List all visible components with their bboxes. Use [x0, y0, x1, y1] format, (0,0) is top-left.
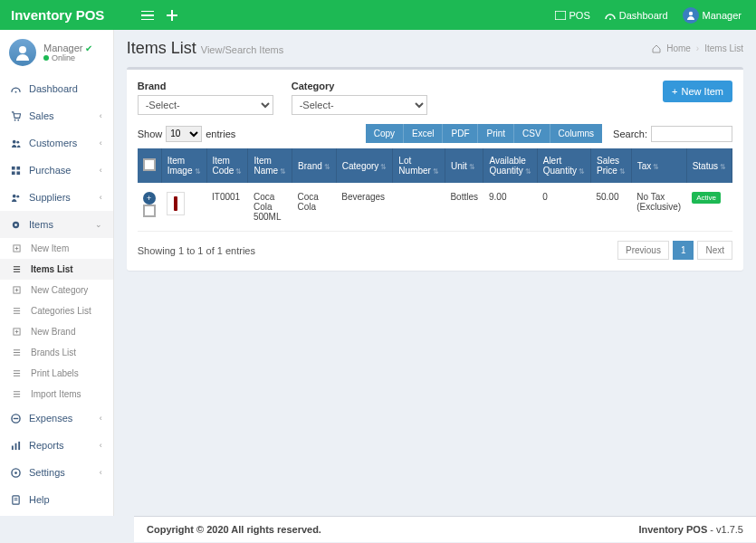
sort-icon: ⇅ [280, 167, 286, 176]
users-icon [11, 138, 22, 148]
sidebar-item-label: Sales [29, 110, 54, 121]
sort-icon: ⇅ [653, 163, 659, 171]
breadcrumb-sep: › [696, 43, 699, 53]
column-header[interactable]: Alert Quantity⇅ [537, 148, 590, 183]
breadcrumb-home[interactable]: Home [666, 43, 691, 53]
svg-point-2 [688, 11, 692, 14]
content-box: Brand -Select- Category -Select- + New I… [127, 67, 743, 271]
cell-avail: 9.00 [483, 183, 537, 232]
sidebar-item-items[interactable]: Items⌄ [0, 211, 113, 238]
svg-rect-10 [16, 166, 20, 169]
sidebar-subitem-label: Categories List [31, 306, 91, 316]
column-header[interactable]: Available Quantity⇅ [483, 148, 537, 183]
chart-icon [11, 441, 22, 451]
chevron-left-icon: ‹ [100, 468, 102, 477]
sidebar-item-label: Expenses [29, 413, 72, 424]
list-icon [13, 348, 24, 357]
sidebar-subitem-label: New Brand [31, 327, 75, 337]
sidebar-item-suppliers[interactable]: Suppliers‹ [0, 184, 113, 211]
sidebar-subitem-import-items[interactable]: Import Items [0, 384, 113, 405]
column-label: Item Image [167, 156, 193, 176]
plus-box-icon [13, 328, 24, 336]
export-copy-button[interactable]: Copy [366, 124, 404, 143]
export-columns-button[interactable]: Columns [550, 124, 602, 143]
column-header[interactable]: Lot Number⇅ [393, 148, 445, 183]
svg-rect-12 [16, 171, 20, 175]
sidebar-subitem-print-labels[interactable]: Print Labels [0, 363, 113, 384]
sidebar-subitem-new-brand[interactable]: New Brand [0, 321, 113, 342]
verified-icon: ✔ [85, 43, 92, 53]
search-input[interactable] [651, 126, 732, 142]
sidebar-subitem-categories-list[interactable]: Categories List [0, 300, 113, 321]
plus-icon[interactable] [167, 10, 177, 21]
sidebar-item-purchase[interactable]: Purchase‹ [0, 157, 113, 184]
chevron-left-icon: ‹ [100, 441, 102, 450]
search-label: Search: [613, 129, 647, 139]
sidebar-item-settings[interactable]: Settings‹ [0, 459, 113, 486]
column-label: Tax [637, 161, 652, 171]
sidebar-subitem-items-list[interactable]: Items List [0, 259, 113, 280]
sidebar-item-sales[interactable]: Sales‹ [0, 102, 113, 129]
column-header[interactable]: Status⇅ [686, 148, 732, 183]
nav-pos[interactable]: POS [550, 0, 596, 30]
column-label: Brand [298, 161, 322, 171]
sidebar-item-dashboard[interactable]: Dashboard [0, 75, 113, 102]
items-table: Item Image⇅Item Code⇅Item Name⇅Brand⇅Cat… [138, 148, 732, 232]
category-filter-select[interactable]: -Select- [292, 95, 427, 115]
nav-dashboard[interactable]: Dashboard [599, 0, 674, 30]
bottle-icon [174, 196, 177, 211]
cell-brand: Coca Cola [292, 183, 337, 232]
sidebar-subitem-new-item[interactable]: New Item [0, 238, 113, 259]
sidebar-item-label: Settings [29, 467, 65, 478]
new-item-button[interactable]: + New Item [663, 81, 732, 102]
sidebar-subitem-label: Import Items [31, 389, 81, 399]
column-header[interactable] [138, 148, 162, 183]
svg-point-7 [13, 139, 16, 143]
sidebar-subitem-brands-list[interactable]: Brands List [0, 342, 113, 363]
nav-user[interactable]: Manager [677, 0, 747, 30]
list-icon [13, 390, 24, 398]
row-checkbox[interactable] [143, 205, 156, 217]
column-header[interactable]: Sales Price⇅ [590, 148, 631, 183]
expand-row-button[interactable]: + [143, 192, 156, 205]
column-header[interactable]: Item Code⇅ [206, 148, 248, 183]
menu-toggle-icon[interactable] [141, 11, 154, 20]
chevron-left-icon: ⌄ [95, 220, 102, 229]
svg-rect-22 [15, 443, 17, 449]
cell-tax: No Tax (Exclusive) [631, 183, 686, 232]
sidebar-item-label: Suppliers [29, 192, 71, 203]
column-header[interactable]: Brand⇅ [292, 148, 337, 183]
item-image[interactable] [167, 192, 185, 215]
sort-icon: ⇅ [324, 163, 330, 171]
export-print-button[interactable]: Print [478, 124, 514, 143]
sidebar-item-help[interactable]: Help [0, 486, 113, 513]
column-header[interactable]: Item Name⇅ [248, 148, 292, 183]
chevron-left-icon: ‹ [100, 193, 102, 202]
page-length-select[interactable]: 10 [166, 126, 202, 142]
export-pdf-button[interactable]: PDF [443, 124, 478, 143]
sort-icon: ⇅ [235, 167, 242, 176]
main-content: Items List View/Search Items Home › Item… [114, 30, 756, 516]
pagination-page-1[interactable]: 1 [673, 241, 694, 260]
page-title: Items List View/Search Items [127, 39, 284, 58]
pagination-prev[interactable]: Previous [617, 241, 669, 260]
brand-filter-select[interactable]: -Select- [138, 95, 273, 115]
sidebar-subitem-label: Items List [31, 264, 73, 274]
column-header[interactable]: Tax⇅ [631, 148, 686, 183]
main-footer: Copyright © 2020 All rights reserved. In… [134, 516, 756, 542]
sidebar-item-expenses[interactable]: Expenses‹ [0, 405, 113, 432]
svg-point-16 [14, 224, 17, 226]
export-csv-button[interactable]: CSV [514, 124, 550, 143]
select-all-checkbox[interactable] [143, 158, 156, 171]
sidebar-subitem-new-category[interactable]: New Category [0, 280, 113, 300]
sidebar-item-reports[interactable]: Reports‹ [0, 432, 113, 459]
pagination-next[interactable]: Next [697, 241, 732, 260]
chevron-left-icon: ‹ [100, 414, 102, 423]
column-header[interactable]: Item Image⇅ [161, 148, 206, 183]
column-header[interactable]: Category⇅ [336, 148, 393, 183]
user-status: Online [52, 53, 75, 62]
sidebar-item-customers[interactable]: Customers‹ [0, 129, 113, 157]
column-header[interactable]: Unit⇅ [445, 148, 483, 183]
export-excel-button[interactable]: Excel [404, 124, 443, 143]
brand-logo[interactable]: Inventory POS [0, 7, 134, 23]
